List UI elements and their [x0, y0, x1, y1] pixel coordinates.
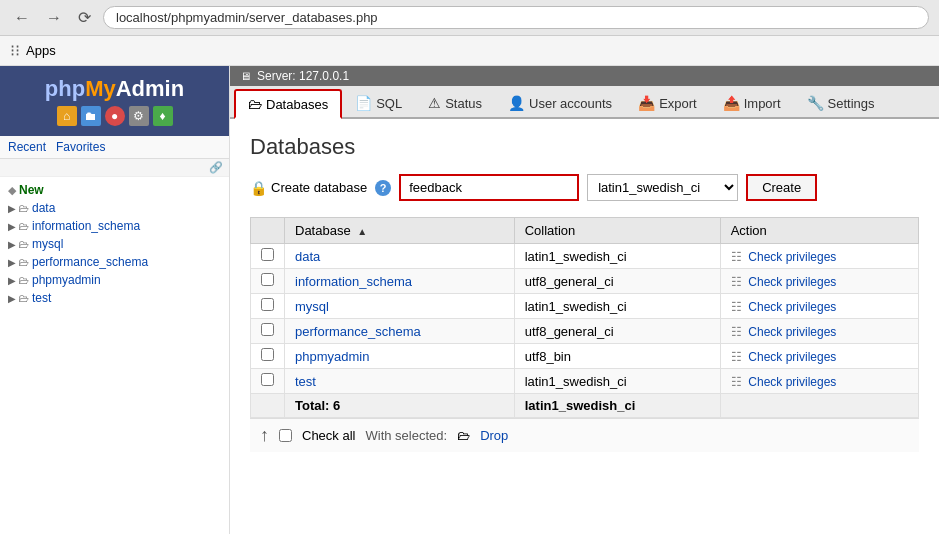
check-all-checkbox[interactable]	[279, 429, 292, 442]
tab-status[interactable]: ⚠ Status	[415, 89, 495, 117]
row-checkbox[interactable]	[261, 373, 274, 386]
favorites-link[interactable]: Favorites	[56, 140, 105, 154]
tree-item-test[interactable]: ▶ 🗁 test	[0, 289, 229, 307]
db-name-link[interactable]: data	[295, 249, 320, 264]
gear-icon[interactable]: ⚙	[129, 106, 149, 126]
drop-link[interactable]: Drop	[480, 428, 508, 443]
row-checkbox[interactable]	[261, 248, 274, 261]
check-privileges-link[interactable]: Check privileges	[748, 325, 836, 339]
row-collation: utf8_general_ci	[514, 269, 720, 294]
tree-label-test: test	[32, 291, 51, 305]
tab-import[interactable]: 📤 Import	[710, 89, 794, 117]
circle-icon[interactable]: ●	[105, 106, 125, 126]
tree-plus-icon-2: ▶	[8, 221, 16, 232]
tree-item-new[interactable]: ◆ New	[0, 181, 229, 199]
check-priv-icon: ☷	[731, 350, 742, 364]
tree-item-mysql[interactable]: ▶ 🗁 mysql	[0, 235, 229, 253]
tab-user-accounts[interactable]: 👤 User accounts	[495, 89, 625, 117]
row-checkbox[interactable]	[261, 348, 274, 361]
tab-export-icon: 📥	[638, 95, 655, 111]
create-db-text: Create database	[271, 180, 367, 195]
tree-item-performance-schema[interactable]: ▶ 🗁 performance_schema	[0, 253, 229, 271]
create-button[interactable]: Create	[746, 174, 817, 201]
tab-export-label: Export	[659, 96, 697, 111]
check-priv-icon: ☷	[731, 375, 742, 389]
address-bar[interactable]: localhost/phpmyadmin/server_databases.ph…	[103, 6, 929, 29]
browser-bar: ← → ⟳ localhost/phpmyadmin/server_databa…	[0, 0, 939, 36]
scroll-up-icon[interactable]: ↑	[260, 425, 269, 446]
recent-link[interactable]: Recent	[8, 140, 46, 154]
table-row: information_schema utf8_general_ci ☷ Che…	[251, 269, 919, 294]
db-name-link[interactable]: information_schema	[295, 274, 412, 289]
tab-settings-label: Settings	[828, 96, 875, 111]
db-name-link[interactable]: mysql	[295, 299, 329, 314]
row-checkbox[interactable]	[261, 323, 274, 336]
tree-item-phpmyadmin[interactable]: ▶ 🗁 phpmyadmin	[0, 271, 229, 289]
content-area: Databases 🔒 Create database ? latin1_swe…	[230, 119, 939, 534]
create-db-input[interactable]	[399, 174, 579, 201]
tree-label-data: data	[32, 201, 55, 215]
row-checkbox[interactable]	[261, 273, 274, 286]
tree-item-information-schema[interactable]: ▶ 🗁 information_schema	[0, 217, 229, 235]
tab-databases-icon: 🗁	[248, 96, 262, 112]
databases-table: Database ▲ Collation Action data latin1_…	[250, 217, 919, 418]
server-label: Server: 127.0.0.1	[257, 69, 349, 83]
row-checkbox-cell	[251, 244, 285, 269]
server-icon: 🖥	[240, 70, 251, 82]
leaf-icon[interactable]: ♦	[153, 106, 173, 126]
db-name-link[interactable]: phpmyadmin	[295, 349, 369, 364]
table-row: performance_schema utf8_general_ci ☷ Che…	[251, 319, 919, 344]
tab-export[interactable]: 📥 Export	[625, 89, 710, 117]
total-collation-cell: latin1_swedish_ci	[514, 394, 720, 418]
col-database-header[interactable]: Database ▲	[285, 218, 515, 244]
tree-label-phpmyadmin: phpmyadmin	[32, 273, 101, 287]
check-privileges-link[interactable]: Check privileges	[748, 375, 836, 389]
check-privileges-link[interactable]: Check privileges	[748, 275, 836, 289]
tree-db-icon-info: 🗁	[18, 220, 29, 232]
row-action: ☷ Check privileges	[720, 244, 918, 269]
main-layout: phpMyAdmin ⌂ 🖿 ● ⚙ ♦ Recent Favorites 🔗 …	[0, 66, 939, 534]
row-db-name: phpmyadmin	[285, 344, 515, 369]
collation-select[interactable]: latin1_swedish_ci utf8_general_ci utf8mb…	[587, 174, 738, 201]
forward-button[interactable]: →	[42, 7, 66, 29]
table-row: data latin1_swedish_ci ☷ Check privilege…	[251, 244, 919, 269]
sidebar-collapse-btn[interactable]: 🔗	[0, 159, 229, 177]
tab-databases[interactable]: 🗁 Databases	[234, 89, 342, 119]
tab-bar: 🗁 Databases 📄 SQL ⚠ Status 👤 User accoun…	[230, 86, 939, 119]
check-privileges-link[interactable]: Check privileges	[748, 250, 836, 264]
check-privileges-link[interactable]: Check privileges	[748, 350, 836, 364]
bottom-bar: ↑ Check all With selected: 🗁 Drop	[250, 418, 919, 452]
check-privileges-link[interactable]: Check privileges	[748, 300, 836, 314]
tab-user-accounts-label: User accounts	[529, 96, 612, 111]
row-action: ☷ Check privileges	[720, 294, 918, 319]
tab-status-label: Status	[445, 96, 482, 111]
tab-databases-label: Databases	[266, 97, 328, 112]
server-bar: 🖥 Server: 127.0.0.1	[230, 66, 939, 86]
db-name-link[interactable]: test	[295, 374, 316, 389]
tab-status-icon: ⚠	[428, 95, 441, 111]
tree-plus-icon-6: ▶	[8, 293, 16, 304]
check-priv-icon: ☷	[731, 300, 742, 314]
tab-sql[interactable]: 📄 SQL	[342, 89, 415, 117]
reload-button[interactable]: ⟳	[74, 6, 95, 29]
row-checkbox-cell	[251, 344, 285, 369]
tree-item-data[interactable]: ▶ 🗁 data	[0, 199, 229, 217]
db-icon[interactable]: 🖿	[81, 106, 101, 126]
col-collation-header: Collation	[514, 218, 720, 244]
tree-plus-icon-3: ▶	[8, 239, 16, 250]
tree-plus-icon-4: ▶	[8, 257, 16, 268]
create-db-section: 🔒 Create database ? latin1_swedish_ci ut…	[250, 174, 919, 201]
pma-php: php	[45, 76, 85, 101]
sidebar: phpMyAdmin ⌂ 🖿 ● ⚙ ♦ Recent Favorites 🔗 …	[0, 66, 230, 534]
home-icon[interactable]: ⌂	[57, 106, 77, 126]
tree-db-icon-mysql: 🗁	[18, 238, 29, 250]
db-name-link[interactable]: performance_schema	[295, 324, 421, 339]
help-icon[interactable]: ?	[375, 180, 391, 196]
back-button[interactable]: ←	[10, 7, 34, 29]
sidebar-tree: ◆ New ▶ 🗁 data ▶ 🗁 information_schema ▶ …	[0, 177, 229, 311]
pma-logo: phpMyAdmin	[10, 76, 219, 102]
tab-import-label: Import	[744, 96, 781, 111]
tab-settings[interactable]: 🔧 Settings	[794, 89, 888, 117]
row-checkbox[interactable]	[261, 298, 274, 311]
row-action: ☷ Check privileges	[720, 319, 918, 344]
